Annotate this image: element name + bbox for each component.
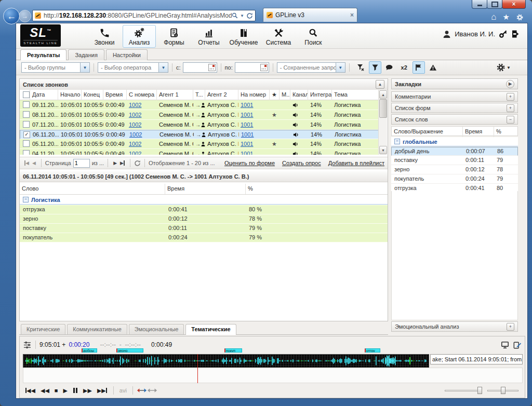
waveform-marker[interactable]: отгру xyxy=(365,348,380,354)
close-button[interactable]: × xyxy=(502,0,526,9)
sidebar-word-row[interactable]: покупатель0:00:2479 xyxy=(391,174,518,184)
section-forms[interactable]: Список форм+ xyxy=(391,103,518,113)
stop-button[interactable]: ■ xyxy=(55,387,58,394)
to-number-link[interactable]: 1001 xyxy=(238,121,270,128)
collapse-group-icon[interactable]: − xyxy=(23,197,29,202)
speaker-icon[interactable] xyxy=(290,122,308,128)
favorites-star-icon[interactable]: ★ xyxy=(503,12,510,22)
table-row[interactable]: 05.11.20...10:05:0110:05:500:00:491002Се… xyxy=(20,139,379,149)
tab-thematic[interactable]: Тематические xyxy=(185,324,236,335)
collapse-panel-button[interactable]: ▲ xyxy=(376,80,384,89)
volume-slider[interactable] xyxy=(487,387,518,394)
nav-item-reports[interactable]: Отчеты xyxy=(192,25,225,48)
saved-queries-select[interactable]: - Сохраненные запросы▼ xyxy=(277,62,345,73)
from-number-link[interactable]: 1002 xyxy=(127,121,157,128)
nav-item-analysis[interactable]: Анализ xyxy=(123,25,156,48)
chevron-down-icon[interactable]: ▼ xyxy=(80,63,89,72)
column-header[interactable]: Т... xyxy=(193,90,205,100)
to-number-link[interactable]: 1001 xyxy=(238,151,270,155)
tab-close-icon[interactable]: × xyxy=(350,11,354,19)
nav-item-training[interactable]: Обучение xyxy=(227,25,260,48)
column-header[interactable]: Время xyxy=(103,90,127,100)
row-checkbox[interactable] xyxy=(20,111,30,119)
comments-filter-button[interactable] xyxy=(383,61,396,74)
speaker-icon[interactable] xyxy=(290,141,308,147)
table-row[interactable]: 08.11.20...10:05:0110:05:500:00:491002Се… xyxy=(20,110,379,120)
speaker-icon[interactable] xyxy=(290,102,308,108)
word-row[interactable]: поставку0:00:1179 % xyxy=(20,224,388,233)
skip-start-button[interactable]: ◀◀ xyxy=(25,387,35,394)
tab-settings[interactable]: Настройки xyxy=(106,49,148,60)
column-header[interactable]: Агент 1 xyxy=(157,90,193,100)
collapse-group-icon[interactable]: − xyxy=(394,139,400,144)
from-number-link[interactable]: 1002 xyxy=(127,112,157,118)
expand-icon[interactable]: + xyxy=(507,93,514,101)
last-page-button[interactable]: ▶ xyxy=(120,160,125,166)
sidebar-word-group[interactable]: − глобальные xyxy=(391,137,518,146)
address-bar[interactable]: http://192.168.128.230:8080/GPLine/GPLin… xyxy=(32,10,256,21)
tab-communicative[interactable]: Коммуникативные xyxy=(67,324,127,334)
column-header[interactable]: Конец xyxy=(82,90,103,100)
nav-item-calls[interactable]: Звонки xyxy=(88,25,121,48)
nav-item-forms[interactable]: Формы xyxy=(157,25,191,48)
fast-forward-button[interactable]: ▶▶ xyxy=(83,387,92,394)
browser-tab[interactable]: GPLine v3 × xyxy=(263,8,357,22)
column-header[interactable]: ★ xyxy=(270,90,280,100)
slider-thumb[interactable] xyxy=(477,387,482,394)
tab-tasks[interactable]: Задания xyxy=(68,49,104,60)
sidebar-collapse-icon[interactable]: ▶ xyxy=(506,80,514,88)
waveform-settings-icon[interactable] xyxy=(23,341,32,349)
section-words[interactable]: Список слов− xyxy=(391,114,518,125)
sidebar-word-row[interactable]: добрый день0:00:0786 xyxy=(391,147,518,156)
column-header[interactable]: Время xyxy=(463,127,494,137)
pause-button[interactable] xyxy=(73,388,78,393)
page-input[interactable] xyxy=(73,159,90,168)
column-header[interactable]: М... xyxy=(280,90,290,100)
url-text[interactable]: http://192.168.128.230:8080/GPLine/GPLin… xyxy=(44,12,232,19)
to-number-link[interactable]: 1001 xyxy=(238,112,270,118)
column-header[interactable]: Агент 2 xyxy=(205,90,238,100)
column-header[interactable]: Интегра... xyxy=(308,90,332,100)
monitor-icon[interactable] xyxy=(501,341,509,349)
speaker-icon[interactable] xyxy=(290,151,308,155)
play-button[interactable]: ▶ xyxy=(63,387,68,394)
table-row[interactable]: 04.11.20...10:05:0110:05:500:00:491002Се… xyxy=(20,149,379,155)
tab-results[interactable]: Результаты xyxy=(20,49,66,61)
scroll-down-icon[interactable]: ▼ xyxy=(379,146,387,154)
tab-emotional[interactable]: Эмоциональные xyxy=(129,324,184,334)
rewind-button[interactable]: ◀◀ xyxy=(41,387,49,394)
column-header[interactable]: Дата xyxy=(30,90,58,100)
nav-item-system[interactable]: Система xyxy=(262,25,295,48)
from-number-link[interactable]: 1002 xyxy=(127,141,157,147)
from-number-link[interactable]: 1002 xyxy=(127,131,157,138)
star-icon[interactable]: ★ xyxy=(270,141,280,147)
tab-critical[interactable]: Критические xyxy=(21,324,65,334)
sidebar-word-row[interactable]: поставку0:00:1179 xyxy=(391,156,518,165)
scroll-up-icon[interactable]: ▲ xyxy=(379,90,387,99)
row-checkbox[interactable] xyxy=(20,140,30,148)
column-header[interactable]: Время xyxy=(165,184,246,194)
word-group-header[interactable]: − Логистика xyxy=(20,195,388,205)
pager-action-link[interactable]: Создать опрос xyxy=(282,160,321,166)
filter-button[interactable] xyxy=(369,61,381,74)
word-row[interactable]: зерно0:00:1278 % xyxy=(20,214,388,224)
word-row[interactable]: покупатель0:00:2479 % xyxy=(20,233,388,242)
address-dropdown-icon[interactable]: ▼ xyxy=(240,13,244,18)
calendar-icon[interactable] xyxy=(208,64,216,71)
tools-gear-icon[interactable] xyxy=(516,13,524,21)
skip-end-button[interactable]: ▶▶ xyxy=(97,387,107,394)
flag-filter-button[interactable] xyxy=(413,61,425,74)
from-number-link[interactable]: 1002 xyxy=(127,151,157,155)
column-header[interactable]: Слово xyxy=(20,184,165,194)
waveform-zone[interactable]: добрызернопокупотгру xyxy=(23,354,428,367)
minimize-button[interactable] xyxy=(472,0,487,9)
to-number-link[interactable]: 1001 xyxy=(239,131,270,138)
star-icon[interactable]: ★ xyxy=(270,112,280,118)
list-scrollbar[interactable]: ▲ ▼ xyxy=(378,90,387,155)
column-header[interactable]: Канал xyxy=(290,90,308,100)
playhead-line[interactable] xyxy=(197,354,198,383)
column-header[interactable]: Слово/Выражение xyxy=(392,127,463,137)
table-row[interactable]: 07.11.20...10:05:0110:05:500:00:491002Се… xyxy=(20,120,379,130)
column-header[interactable]: % xyxy=(246,184,388,194)
column-header[interactable]: С номера xyxy=(127,90,157,100)
